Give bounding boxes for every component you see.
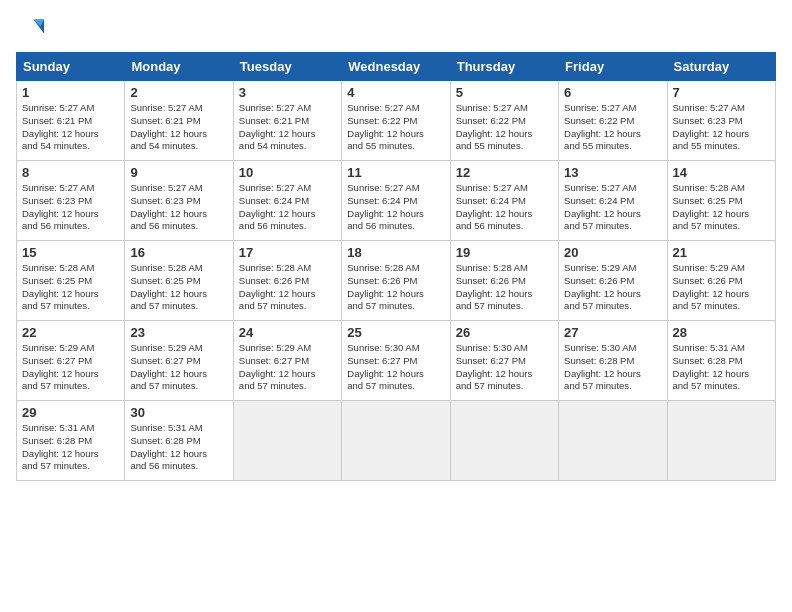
day-number: 25 — [347, 325, 444, 340]
day-number: 23 — [130, 325, 227, 340]
day-number: 20 — [564, 245, 661, 260]
day-number: 3 — [239, 85, 336, 100]
calendar-day: 30Sunrise: 5:31 AM Sunset: 6:28 PM Dayli… — [125, 401, 233, 481]
day-number: 16 — [130, 245, 227, 260]
calendar-day: 28Sunrise: 5:31 AM Sunset: 6:28 PM Dayli… — [667, 321, 775, 401]
day-info: Sunrise: 5:29 AM Sunset: 6:26 PM Dayligh… — [673, 262, 770, 313]
day-info: Sunrise: 5:30 AM Sunset: 6:27 PM Dayligh… — [456, 342, 553, 393]
day-info: Sunrise: 5:27 AM Sunset: 6:21 PM Dayligh… — [130, 102, 227, 153]
calendar-week-3: 15Sunrise: 5:28 AM Sunset: 6:25 PM Dayli… — [17, 241, 776, 321]
day-number: 21 — [673, 245, 770, 260]
calendar-day: 29Sunrise: 5:31 AM Sunset: 6:28 PM Dayli… — [17, 401, 125, 481]
day-number: 2 — [130, 85, 227, 100]
day-number: 19 — [456, 245, 553, 260]
calendar-day: 8Sunrise: 5:27 AM Sunset: 6:23 PM Daylig… — [17, 161, 125, 241]
calendar-day — [450, 401, 558, 481]
calendar-day: 26Sunrise: 5:30 AM Sunset: 6:27 PM Dayli… — [450, 321, 558, 401]
day-number: 24 — [239, 325, 336, 340]
day-info: Sunrise: 5:31 AM Sunset: 6:28 PM Dayligh… — [673, 342, 770, 393]
day-number: 11 — [347, 165, 444, 180]
day-info: Sunrise: 5:31 AM Sunset: 6:28 PM Dayligh… — [22, 422, 119, 473]
day-info: Sunrise: 5:28 AM Sunset: 6:25 PM Dayligh… — [673, 182, 770, 233]
day-info: Sunrise: 5:27 AM Sunset: 6:23 PM Dayligh… — [673, 102, 770, 153]
day-info: Sunrise: 5:29 AM Sunset: 6:27 PM Dayligh… — [130, 342, 227, 393]
day-info: Sunrise: 5:29 AM Sunset: 6:27 PM Dayligh… — [239, 342, 336, 393]
day-info: Sunrise: 5:29 AM Sunset: 6:27 PM Dayligh… — [22, 342, 119, 393]
calendar-day: 18Sunrise: 5:28 AM Sunset: 6:26 PM Dayli… — [342, 241, 450, 321]
day-header-tuesday: Tuesday — [233, 53, 341, 81]
calendar-day: 4Sunrise: 5:27 AM Sunset: 6:22 PM Daylig… — [342, 81, 450, 161]
calendar-week-1: 1Sunrise: 5:27 AM Sunset: 6:21 PM Daylig… — [17, 81, 776, 161]
day-number: 6 — [564, 85, 661, 100]
day-number: 18 — [347, 245, 444, 260]
day-info: Sunrise: 5:29 AM Sunset: 6:26 PM Dayligh… — [564, 262, 661, 313]
day-header-thursday: Thursday — [450, 53, 558, 81]
calendar-day: 15Sunrise: 5:28 AM Sunset: 6:25 PM Dayli… — [17, 241, 125, 321]
day-info: Sunrise: 5:27 AM Sunset: 6:21 PM Dayligh… — [22, 102, 119, 153]
calendar-table: SundayMondayTuesdayWednesdayThursdayFrid… — [16, 52, 776, 481]
day-info: Sunrise: 5:27 AM Sunset: 6:24 PM Dayligh… — [239, 182, 336, 233]
header — [16, 16, 776, 44]
calendar-day: 1Sunrise: 5:27 AM Sunset: 6:21 PM Daylig… — [17, 81, 125, 161]
logo — [16, 16, 44, 44]
calendar-day: 14Sunrise: 5:28 AM Sunset: 6:25 PM Dayli… — [667, 161, 775, 241]
day-number: 7 — [673, 85, 770, 100]
calendar-day: 19Sunrise: 5:28 AM Sunset: 6:26 PM Dayli… — [450, 241, 558, 321]
day-info: Sunrise: 5:28 AM Sunset: 6:25 PM Dayligh… — [22, 262, 119, 313]
calendar-day — [667, 401, 775, 481]
day-number: 15 — [22, 245, 119, 260]
calendar-day — [559, 401, 667, 481]
calendar-day: 2Sunrise: 5:27 AM Sunset: 6:21 PM Daylig… — [125, 81, 233, 161]
calendar-day: 5Sunrise: 5:27 AM Sunset: 6:22 PM Daylig… — [450, 81, 558, 161]
day-info: Sunrise: 5:30 AM Sunset: 6:27 PM Dayligh… — [347, 342, 444, 393]
calendar-day: 23Sunrise: 5:29 AM Sunset: 6:27 PM Dayli… — [125, 321, 233, 401]
day-number: 10 — [239, 165, 336, 180]
calendar-day: 12Sunrise: 5:27 AM Sunset: 6:24 PM Dayli… — [450, 161, 558, 241]
day-info: Sunrise: 5:27 AM Sunset: 6:22 PM Dayligh… — [456, 102, 553, 153]
calendar-day: 17Sunrise: 5:28 AM Sunset: 6:26 PM Dayli… — [233, 241, 341, 321]
day-info: Sunrise: 5:27 AM Sunset: 6:23 PM Dayligh… — [130, 182, 227, 233]
day-number: 13 — [564, 165, 661, 180]
day-info: Sunrise: 5:28 AM Sunset: 6:26 PM Dayligh… — [239, 262, 336, 313]
day-number: 28 — [673, 325, 770, 340]
calendar-day: 20Sunrise: 5:29 AM Sunset: 6:26 PM Dayli… — [559, 241, 667, 321]
calendar-day: 6Sunrise: 5:27 AM Sunset: 6:22 PM Daylig… — [559, 81, 667, 161]
calendar-day: 22Sunrise: 5:29 AM Sunset: 6:27 PM Dayli… — [17, 321, 125, 401]
calendar-day: 7Sunrise: 5:27 AM Sunset: 6:23 PM Daylig… — [667, 81, 775, 161]
day-header-saturday: Saturday — [667, 53, 775, 81]
day-number: 5 — [456, 85, 553, 100]
day-info: Sunrise: 5:28 AM Sunset: 6:26 PM Dayligh… — [456, 262, 553, 313]
calendar-day: 10Sunrise: 5:27 AM Sunset: 6:24 PM Dayli… — [233, 161, 341, 241]
calendar-week-2: 8Sunrise: 5:27 AM Sunset: 6:23 PM Daylig… — [17, 161, 776, 241]
calendar-day: 21Sunrise: 5:29 AM Sunset: 6:26 PM Dayli… — [667, 241, 775, 321]
day-info: Sunrise: 5:27 AM Sunset: 6:24 PM Dayligh… — [456, 182, 553, 233]
day-header-friday: Friday — [559, 53, 667, 81]
calendar-week-5: 29Sunrise: 5:31 AM Sunset: 6:28 PM Dayli… — [17, 401, 776, 481]
logo-icon — [16, 16, 44, 44]
calendar-day — [342, 401, 450, 481]
day-number: 9 — [130, 165, 227, 180]
day-info: Sunrise: 5:27 AM Sunset: 6:24 PM Dayligh… — [347, 182, 444, 233]
calendar-day — [233, 401, 341, 481]
calendar-day: 27Sunrise: 5:30 AM Sunset: 6:28 PM Dayli… — [559, 321, 667, 401]
day-number: 30 — [130, 405, 227, 420]
day-header-wednesday: Wednesday — [342, 53, 450, 81]
day-number: 8 — [22, 165, 119, 180]
day-info: Sunrise: 5:27 AM Sunset: 6:23 PM Dayligh… — [22, 182, 119, 233]
day-header-monday: Monday — [125, 53, 233, 81]
calendar-day: 24Sunrise: 5:29 AM Sunset: 6:27 PM Dayli… — [233, 321, 341, 401]
day-info: Sunrise: 5:27 AM Sunset: 6:24 PM Dayligh… — [564, 182, 661, 233]
day-info: Sunrise: 5:31 AM Sunset: 6:28 PM Dayligh… — [130, 422, 227, 473]
day-number: 17 — [239, 245, 336, 260]
day-number: 12 — [456, 165, 553, 180]
day-info: Sunrise: 5:28 AM Sunset: 6:25 PM Dayligh… — [130, 262, 227, 313]
calendar-week-4: 22Sunrise: 5:29 AM Sunset: 6:27 PM Dayli… — [17, 321, 776, 401]
calendar-day: 25Sunrise: 5:30 AM Sunset: 6:27 PM Dayli… — [342, 321, 450, 401]
day-number: 26 — [456, 325, 553, 340]
day-number: 14 — [673, 165, 770, 180]
day-number: 1 — [22, 85, 119, 100]
day-number: 27 — [564, 325, 661, 340]
day-info: Sunrise: 5:27 AM Sunset: 6:22 PM Dayligh… — [564, 102, 661, 153]
day-number: 29 — [22, 405, 119, 420]
day-header-sunday: Sunday — [17, 53, 125, 81]
